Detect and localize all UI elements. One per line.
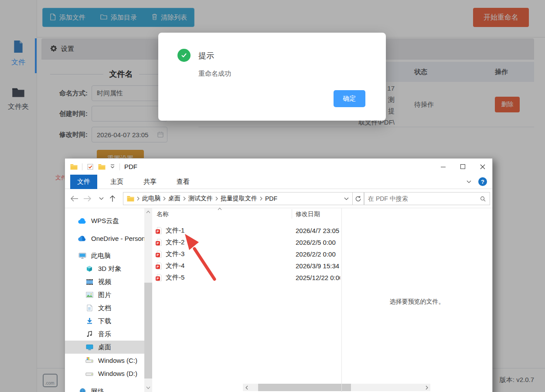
breadcrumb-item[interactable]: PDF bbox=[265, 195, 277, 202]
sidebar-item-icon bbox=[78, 218, 87, 224]
help-icon[interactable]: ? bbox=[478, 177, 487, 186]
sidebar-item-label: 视频 bbox=[98, 278, 111, 286]
sidebar-item-label: 此电脑 bbox=[91, 252, 111, 260]
pdf-file-icon: P bbox=[155, 274, 163, 281]
explorer-sidebar-item[interactable]: 网络 bbox=[65, 385, 144, 392]
explorer-sidebar-item[interactable]: 文档 bbox=[65, 301, 144, 314]
scroll-left-icon[interactable] bbox=[243, 384, 250, 391]
ribbon-tab-label: 主页 bbox=[110, 178, 123, 186]
folder-icon bbox=[70, 164, 78, 170]
navigation-bar: 此电脑 桌面 测试文件 bbox=[65, 189, 492, 208]
back-icon[interactable] bbox=[70, 196, 78, 202]
explorer-titlebar[interactable]: PDF bbox=[65, 159, 492, 175]
file-name: 文件-5 bbox=[166, 274, 184, 282]
sidebar-item-icon bbox=[85, 357, 94, 363]
explorer-sidebar-item[interactable]: 此电脑 bbox=[65, 249, 144, 262]
svg-text:P: P bbox=[157, 241, 159, 245]
file-row[interactable]: P 文件-4 2026/3/9 15:34 bbox=[154, 260, 341, 272]
ribbon-tab[interactable]: 查看 bbox=[170, 175, 197, 189]
date-column-header[interactable]: 修改日期 bbox=[296, 210, 320, 218]
dialog-title: 提示 bbox=[198, 51, 214, 61]
sort-ascending-icon bbox=[218, 207, 222, 210]
close-button[interactable] bbox=[473, 159, 492, 175]
chevron-right-icon bbox=[183, 196, 186, 201]
explorer-sidebar-item[interactable]: Windows (D:) bbox=[65, 367, 144, 380]
breadcrumb-item[interactable]: 此电脑 bbox=[142, 195, 160, 203]
sidebar-item-icon bbox=[85, 344, 94, 350]
ok-button[interactable]: 确定 bbox=[334, 90, 365, 107]
sidebar-item-icon bbox=[85, 265, 94, 272]
file-name: 文件-1 bbox=[166, 226, 184, 235]
file-row[interactable]: P 文件-3 2026/2/2 0:00 bbox=[154, 248, 341, 260]
address-bar[interactable]: 此电脑 桌面 测试文件 bbox=[123, 192, 353, 205]
explorer-sidebar-item[interactable]: Windows (C:) bbox=[65, 354, 144, 367]
chevron-right-icon bbox=[137, 196, 140, 201]
explorer-sidebar-item[interactable]: WPS云盘 bbox=[65, 214, 144, 227]
scroll-down-icon[interactable] bbox=[144, 384, 152, 392]
scrollbar-thumb[interactable] bbox=[258, 384, 351, 391]
file-row[interactable]: P 文件-5 2025/12/22 0:00 bbox=[154, 272, 341, 284]
name-column-header[interactable]: 名称 bbox=[157, 210, 169, 218]
explorer-sidebar: WPS云盘 OneDrive - Personal 此电脑 3D bbox=[65, 208, 144, 392]
scroll-up-icon[interactable] bbox=[144, 208, 152, 216]
sidebar-item-icon bbox=[85, 331, 94, 338]
ribbon-tab[interactable]: 主页 bbox=[103, 175, 130, 189]
file-date: 2026/2/5 0:00 bbox=[296, 239, 340, 246]
ribbon-tab-label: 查看 bbox=[177, 178, 190, 186]
column-separator[interactable] bbox=[292, 209, 292, 219]
refresh-button[interactable] bbox=[352, 192, 364, 205]
quick-access-properties-icon[interactable] bbox=[87, 163, 94, 170]
quick-access-newfolder-icon[interactable] bbox=[98, 164, 106, 170]
sidebar-scrollbar[interactable] bbox=[144, 208, 152, 392]
sidebar-item-label: 音乐 bbox=[98, 330, 111, 338]
file-row[interactable]: P 文件-2 2026/2/5 0:00 bbox=[154, 237, 341, 248]
sidebar-item-label: Windows (D:) bbox=[98, 370, 137, 377]
success-dialog: 提示 重命名成功 确定 bbox=[158, 33, 386, 121]
explorer-sidebar-item[interactable]: 下载 bbox=[65, 314, 144, 328]
explorer-sidebar-item[interactable]: 视频 bbox=[65, 275, 144, 288]
quick-access-customize-icon[interactable] bbox=[110, 164, 115, 169]
preview-placeholder-text: 选择要预览的文件。 bbox=[342, 298, 492, 306]
address-dropdown-icon[interactable] bbox=[344, 197, 349, 200]
search-input[interactable] bbox=[364, 195, 480, 202]
pdf-file-icon: P bbox=[155, 250, 163, 258]
sidebar-item-label: 下载 bbox=[98, 317, 111, 325]
window-controls bbox=[433, 159, 492, 175]
sidebar-item-icon bbox=[85, 370, 94, 376]
maximize-button[interactable] bbox=[453, 159, 473, 175]
ribbon-expand-icon[interactable] bbox=[467, 180, 471, 183]
titlebar-separator bbox=[82, 163, 82, 170]
search-box[interactable] bbox=[364, 192, 490, 205]
file-row[interactable]: P 文件-1 2026/4/7 23:05 bbox=[154, 225, 341, 237]
sidebar-item-icon bbox=[78, 388, 87, 392]
breadcrumb-item[interactable]: 桌面 bbox=[168, 195, 181, 203]
explorer-sidebar-item[interactable]: 图片 bbox=[65, 288, 144, 301]
ribbon-tab[interactable]: 共享 bbox=[136, 175, 164, 189]
file-name: 文件-4 bbox=[166, 262, 184, 270]
address-folder-icon bbox=[127, 196, 134, 202]
scrollbar-thumb[interactable] bbox=[144, 283, 152, 378]
forward-icon[interactable] bbox=[83, 196, 92, 202]
explorer-body: WPS云盘 OneDrive - Personal 此电脑 3D bbox=[65, 208, 492, 392]
breadcrumb-item[interactable]: 测试文件 bbox=[188, 195, 213, 203]
search-icon bbox=[480, 196, 486, 202]
chevron-right-icon bbox=[163, 196, 166, 201]
breadcrumb-item[interactable]: 批量提取文件 bbox=[221, 195, 257, 203]
sidebar-item-icon bbox=[78, 252, 87, 259]
explorer-sidebar-item[interactable]: 音乐 bbox=[65, 328, 144, 341]
chevron-right-icon bbox=[260, 196, 262, 201]
window-title: PDF bbox=[124, 163, 137, 170]
explorer-sidebar-item[interactable]: 桌面 bbox=[65, 341, 144, 354]
sidebar-item-label: 网络 bbox=[91, 388, 104, 392]
dialog-message: 重命名成功 bbox=[198, 70, 231, 78]
minimize-button[interactable] bbox=[433, 159, 453, 175]
ribbon-tab[interactable]: 文件 bbox=[70, 175, 97, 189]
up-icon[interactable] bbox=[109, 195, 116, 202]
file-date: 2026/4/7 23:05 bbox=[296, 227, 340, 234]
sidebar-item-label: 文档 bbox=[98, 304, 111, 312]
file-date: 2025/12/22 0:00 bbox=[296, 274, 340, 281]
explorer-sidebar-item[interactable]: 3D 对象 bbox=[65, 262, 144, 275]
recent-locations-icon[interactable] bbox=[99, 197, 104, 200]
svg-text:P: P bbox=[157, 230, 159, 233]
explorer-sidebar-item[interactable]: OneDrive - Personal bbox=[65, 232, 144, 245]
